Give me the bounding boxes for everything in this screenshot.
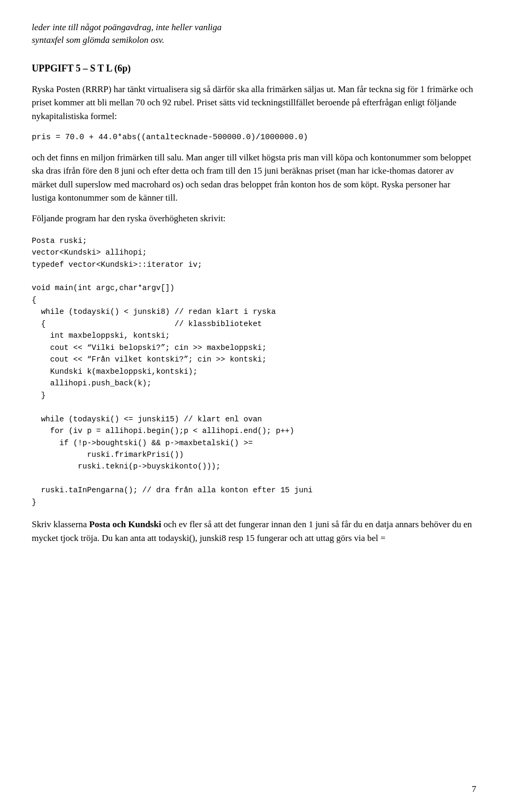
- intro-line2: syntaxfel som glömda semikolon osv.: [32, 35, 164, 45]
- formula-block: pris = 70.0 + 44.0*abs((antaltecknade-50…: [32, 130, 476, 143]
- following-text: Följande program har den ryska överhöghe…: [32, 212, 476, 225]
- code-block: Posta ruski; vector<Kundski> allihopi; t…: [32, 235, 476, 509]
- formula-text: pris = 70.0 + 44.0*abs((antaltecknade-50…: [32, 133, 308, 142]
- para1-text: Ryska Posten (RRRP) har tänkt virtualise…: [32, 84, 473, 121]
- final-bold-text: Posta och Kundski: [89, 519, 161, 529]
- final-paragraph: Skriv klasserna Posta och Kundski och ev…: [32, 518, 476, 545]
- formula-line: pris = 70.0 + 44.0*abs((antaltecknade-50…: [32, 130, 476, 143]
- para2-text: och det finns en miljon frimärken till s…: [32, 151, 476, 205]
- final-para1: Skriv klasserna: [32, 519, 89, 529]
- section-heading: UPPGIFT 5 – S T L (6p): [32, 61, 476, 75]
- intro-paragraph: Ryska Posten (RRRP) har tänkt virtualise…: [32, 83, 476, 123]
- intro-text: leder inte till något poängavdrag, inte …: [32, 21, 476, 47]
- intro-line1: leder inte till något poängavdrag, inte …: [32, 22, 222, 32]
